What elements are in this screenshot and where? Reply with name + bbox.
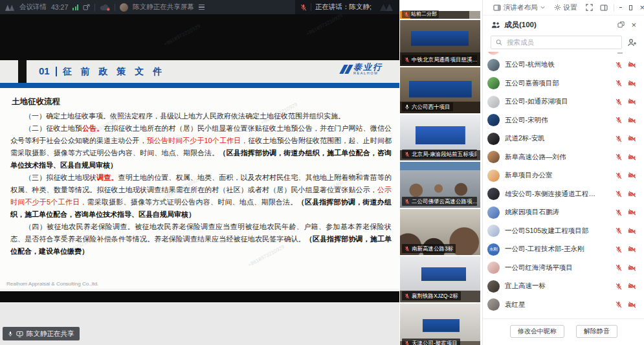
thumbnail-label: 站前二分部	[402, 10, 439, 18]
settings-button[interactable]: 设置	[554, 3, 577, 12]
thumbnail-label-text: 南新高速公路3标	[412, 246, 453, 252]
member-row[interactable]: 五公司-宋明伟	[483, 111, 644, 130]
thumbnail-label: 六公司西十项目	[402, 102, 453, 111]
video-thumbnail[interactable]: 中铁北京局通甬项目慈溪…	[400, 20, 480, 66]
close-panel-icon[interactable]: ×	[631, 21, 636, 29]
muted-mic-icon[interactable]	[616, 80, 622, 87]
company-logo: 泰业行 REALHOM	[342, 63, 383, 76]
muted-mic-icon[interactable]	[616, 172, 622, 179]
member-row[interactable]: 宜上高速一标	[483, 277, 644, 296]
muted-mic-icon[interactable]	[616, 135, 622, 142]
avatar	[487, 133, 500, 145]
member-row[interactable]: 五公司-杭州地铁	[483, 56, 644, 74]
muted-camera-icon[interactable]	[628, 191, 636, 197]
avatar	[487, 225, 500, 237]
video-thumbnail[interactable]: 天津公司-黎霍项目	[400, 304, 480, 345]
close-window-button[interactable]: ×	[639, 3, 644, 12]
avatar	[487, 52, 500, 55]
muted-mic-icon[interactable]	[616, 283, 622, 290]
avatar	[487, 77, 500, 89]
fullscreen-button[interactable]	[586, 4, 593, 11]
topbar-divider	[94, 4, 95, 11]
active-speaker-text: 正在讲话：陈文静;	[315, 3, 372, 12]
open-window-icon[interactable]	[83, 4, 90, 11]
section-number: 01	[39, 65, 50, 76]
chevron-down-icon	[540, 6, 545, 9]
thumbnail-label-text: 二公司佛肇云高速公路项…	[412, 199, 477, 205]
search-box[interactable]	[491, 36, 622, 49]
muted-camera-icon[interactable]	[628, 98, 636, 105]
members-panel: 演讲者布局 设置 × 成员(100) ×	[482, 0, 644, 345]
window-controls-bar: 演讲者布局 设置 ×	[483, 0, 644, 16]
rename-button[interactable]: 修改会中昵称	[510, 325, 564, 338]
member-row[interactable]: 永刚 一公司-工程技术部-王永刚	[483, 240, 644, 259]
muted-mic-icon[interactable]	[616, 246, 622, 253]
unmute-button[interactable]: 解除静音	[576, 325, 617, 338]
thumbnail-mic-icon	[405, 293, 410, 299]
muted-mic-icon[interactable]	[616, 153, 622, 161]
muted-camera-icon[interactable]	[628, 135, 636, 142]
members-icon	[491, 21, 500, 28]
layout-label: 演讲者布局	[504, 3, 538, 12]
member-row[interactable]: 姚家园项目石鹏涛	[483, 203, 644, 222]
member-row[interactable]: 新阜高速公路—刘伟	[483, 148, 644, 167]
layout-selector[interactable]: 演讲者布局	[493, 3, 545, 12]
member-row[interactable]: 五公司嘉善项目部	[483, 74, 644, 93]
avatar	[487, 170, 500, 182]
meeting-timer: 43:27	[51, 3, 68, 11]
meeting-brand-watermark-icon	[379, 3, 394, 12]
muted-camera-icon[interactable]	[628, 302, 636, 308]
watermark-text: +8618973210929	[305, 13, 344, 37]
member-row[interactable]: 五公司-如通苏湖项目	[483, 93, 644, 111]
video-thumbnail[interactable]: 二公司佛肇云高速公路项…	[400, 162, 480, 208]
search-members-input[interactable]	[505, 38, 617, 47]
video-thumbnail[interactable]: 站前二分部	[400, 0, 480, 19]
topbar-divider	[115, 4, 115, 11]
muted-camera-icon[interactable]	[628, 246, 636, 252]
muted-mic-icon	[300, 4, 307, 11]
muted-camera-icon[interactable]	[628, 154, 636, 161]
muted-mic-icon[interactable]	[616, 98, 622, 106]
muted-camera-icon[interactable]	[628, 172, 636, 179]
member-row[interactable]: 袁红星	[483, 296, 644, 315]
side-panel-toggle[interactable]	[600, 5, 608, 11]
muted-mic-icon[interactable]	[616, 117, 622, 124]
muted-mic-icon[interactable]	[616, 301, 622, 308]
muted-camera-icon[interactable]	[628, 80, 636, 87]
share-list-icon[interactable]	[199, 5, 205, 10]
member-row[interactable]: 雄安公司-东侧连接通道工程项目向志良	[483, 185, 644, 204]
cloud-recording-icon[interactable]	[100, 4, 110, 11]
member-row[interactable]: 一公司S105改建工程项目部	[483, 222, 644, 241]
maximize-button[interactable]	[629, 5, 632, 10]
layout-icon	[493, 5, 501, 11]
muted-camera-icon[interactable]	[628, 209, 636, 216]
muted-mic-icon[interactable]	[616, 61, 622, 69]
muted-mic-icon[interactable]	[616, 264, 622, 271]
muted-camera-icon[interactable]	[628, 61, 636, 68]
partial-member-row	[483, 52, 644, 56]
member-name: 宜上高速一标	[505, 282, 546, 291]
video-thumbnail[interactable]: 南新高速公路3标	[400, 209, 480, 255]
muted-camera-icon[interactable]	[628, 283, 636, 289]
member-row[interactable]: 武道2标-安凯	[483, 129, 644, 148]
muted-mic-icon[interactable]	[616, 190, 622, 197]
member-row[interactable]: 新阜项目办公室	[483, 166, 644, 185]
meeting-details-link[interactable]: 会议详情	[19, 3, 47, 12]
video-thumbnail[interactable]: 六公司西十项目	[400, 67, 480, 113]
muted-mic-icon[interactable]	[616, 227, 622, 234]
thumbnail-label: 南新高速公路3标	[402, 244, 456, 253]
video-thumbnail[interactable]: 襄荆铁路XJZQ-2标	[400, 256, 480, 302]
sharing-indicator-badge[interactable]: 陈文静正在共享	[3, 327, 80, 340]
video-thumbnail[interactable]: 北京局-康渝段站前五标项目	[400, 115, 480, 161]
speaker-banner-divider	[311, 3, 311, 11]
muted-camera-icon[interactable]	[628, 228, 636, 234]
thumbnail-label: 襄荆铁路XJZQ-2标	[402, 291, 461, 300]
popout-panel-icon[interactable]	[617, 21, 625, 28]
muted-camera-icon[interactable]	[628, 117, 636, 124]
minimize-button[interactable]	[619, 7, 622, 8]
add-member-icon[interactable]	[627, 38, 637, 47]
muted-camera-icon[interactable]	[628, 265, 636, 271]
avatar	[487, 280, 500, 293]
member-row[interactable]: 一公司红海湾场平项目	[483, 259, 644, 278]
muted-mic-icon[interactable]	[616, 209, 622, 216]
